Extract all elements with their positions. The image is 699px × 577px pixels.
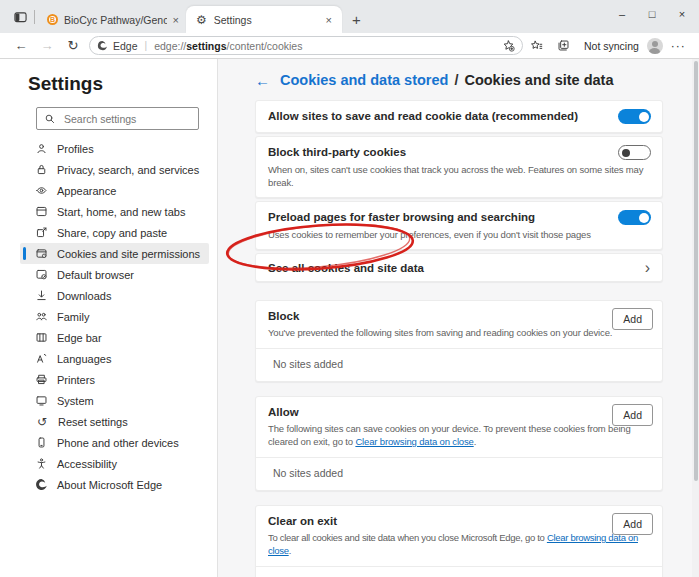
sidebar-item-label: Appearance — [57, 185, 116, 197]
section-title: Clear on exit — [268, 515, 594, 527]
chevron-right-icon: › — [645, 260, 650, 276]
sidebar-item-reset-settings[interactable]: ↺ Reset settings — [20, 411, 209, 432]
sidebar-item-label: Privacy, search, and services — [57, 164, 199, 176]
edge-bar-icon — [35, 331, 48, 344]
section-description: To clear all cookies and site data when … — [268, 531, 650, 557]
sidebar-item-label: Cookies and site permissions — [57, 248, 200, 260]
setting-description: When on, sites can't use cookies that tr… — [268, 163, 650, 189]
tab-title: Settings — [214, 14, 320, 26]
tab-actions-menu-button[interactable] — [8, 5, 32, 29]
page-content: Settings Profiles Privacy, search, and s… — [0, 59, 699, 577]
reset-icon: ↺ — [35, 416, 49, 428]
clear-on-exit-card: Clear on exit To clear all cookies and s… — [255, 505, 663, 577]
sidebar-item-label: Printers — [57, 374, 95, 386]
see-all-label: See all cookies and site data — [268, 262, 645, 274]
refresh-button[interactable]: ↻ — [60, 39, 86, 52]
sidebar-item-privacy[interactable]: Privacy, search, and services — [20, 159, 209, 180]
back-arrow-icon[interactable]: ← — [255, 73, 270, 88]
lock-icon — [35, 163, 48, 176]
breadcrumb-separator: / — [454, 72, 458, 88]
search-input[interactable] — [62, 112, 198, 126]
add-block-site-button[interactable]: Add — [612, 308, 653, 330]
settings-gear-favicon: ⚙ — [196, 14, 207, 26]
see-all-cookies-row[interactable]: See all cookies and site data › — [255, 253, 663, 282]
languages-icon — [35, 352, 48, 365]
block-third-party-toggle[interactable] — [618, 145, 651, 160]
close-button[interactable]: × — [667, 0, 697, 28]
setting-row-allow-cookies: Allow sites to save and read cookie data… — [255, 100, 663, 133]
forward-button[interactable]: → — [34, 39, 60, 52]
minimize-button[interactable]: – — [607, 0, 637, 28]
add-allow-site-button[interactable]: Add — [612, 404, 653, 426]
sidebar-item-phone-devices[interactable]: Phone and other devices — [20, 432, 209, 453]
profile-avatar[interactable] — [647, 38, 663, 54]
sidebar-item-label: Downloads — [57, 290, 111, 302]
empty-state-text: No sites added — [256, 457, 662, 490]
family-icon — [35, 310, 48, 323]
settings-search-box[interactable] — [36, 107, 199, 130]
sync-status-label[interactable]: Not syncing — [584, 40, 639, 52]
setting-row-preload-pages: Preload pages for faster browsing and se… — [255, 201, 663, 250]
edge-badge-label: Edge — [113, 40, 138, 52]
clear-browsing-data-link[interactable]: Clear browsing data on close — [355, 436, 473, 447]
accessibility-icon — [35, 457, 48, 470]
tab-close-icon[interactable]: × — [171, 14, 181, 26]
section-title: Block — [268, 310, 594, 322]
maximize-button[interactable]: □ — [637, 0, 667, 28]
sidebar-item-cookies-site-permissions[interactable]: Cookies and site permissions — [20, 243, 209, 264]
settings-main-panel: ← Cookies and data stored / Cookies and … — [218, 59, 699, 577]
sidebar-item-label: Profiles — [57, 143, 94, 155]
sidebar-item-appearance[interactable]: Appearance — [20, 180, 209, 201]
sidebar-item-start-home-tabs[interactable]: Start, home, and new tabs — [20, 201, 209, 222]
sidebar-item-languages[interactable]: Languages — [20, 348, 209, 369]
biocyc-favicon: B — [47, 14, 58, 25]
tab-title: BioCyc Pathway/Genome Databa — [64, 14, 167, 26]
profiles-icon — [35, 142, 48, 155]
window-icon — [35, 205, 48, 218]
collections-icon[interactable] — [550, 39, 577, 52]
add-clear-on-exit-site-button[interactable]: Add — [612, 513, 653, 535]
add-favorite-star-icon[interactable] — [502, 39, 515, 52]
tab-actions-icon — [14, 11, 27, 23]
sidebar-item-printers[interactable]: Printers — [20, 369, 209, 390]
breadcrumb-parent-link[interactable]: Cookies and data stored — [280, 72, 448, 88]
allow-sites-card: Allow The following sites can save cooki… — [255, 396, 663, 491]
tab-close-icon[interactable]: × — [324, 14, 334, 26]
tab-separator — [34, 10, 35, 24]
browser-window: B BioCyc Pathway/Genome Databa × ⚙ Setti… — [0, 0, 699, 577]
edge-logo-icon — [35, 478, 48, 491]
setting-row-block-third-party: Block third-party cookies When on, sites… — [255, 136, 663, 198]
sidebar-item-default-browser[interactable]: Default browser — [20, 264, 209, 285]
sidebar-item-system[interactable]: System — [20, 390, 209, 411]
sidebar-item-share-copy-paste[interactable]: Share, copy and paste — [20, 222, 209, 243]
allow-cookies-toggle[interactable] — [618, 109, 651, 124]
sidebar-item-family[interactable]: Family — [20, 306, 209, 327]
sidebar-item-profiles[interactable]: Profiles — [20, 138, 209, 159]
tab-biocyc[interactable]: B BioCyc Pathway/Genome Databa × — [40, 6, 186, 33]
sidebar-item-edge-bar[interactable]: Edge bar — [20, 327, 209, 348]
sidebar-item-about-edge[interactable]: About Microsoft Edge — [20, 474, 209, 495]
favorites-bar-icon[interactable] — [523, 39, 550, 52]
sidebar-item-accessibility[interactable]: Accessibility — [20, 453, 209, 474]
tab-settings[interactable]: ⚙ Settings × — [186, 6, 342, 33]
scrollbar-thumb[interactable] — [694, 61, 698, 481]
download-icon — [35, 289, 48, 302]
preload-pages-toggle[interactable] — [618, 210, 651, 225]
back-button[interactable]: ← — [8, 39, 34, 52]
settings-sidebar: Settings Profiles Privacy, search, and s… — [0, 59, 218, 577]
sidebar-item-label: Family — [57, 311, 89, 323]
address-separator: | — [145, 40, 148, 51]
sidebar-item-downloads[interactable]: Downloads — [20, 285, 209, 306]
new-tab-button[interactable]: + — [352, 12, 361, 27]
address-bar[interactable]: Edge | edge://settings/content/cookies — [89, 36, 523, 55]
sidebar-item-label: Phone and other devices — [57, 437, 179, 449]
settings-and-more-button[interactable]: ··· — [671, 39, 686, 53]
empty-state-text: No sites added — [256, 348, 662, 381]
sidebar-item-label: About Microsoft Edge — [57, 479, 162, 491]
window-controls: – □ × — [607, 0, 697, 28]
section-description: The following sites can save cookies on … — [268, 422, 650, 448]
monitor-icon — [35, 394, 48, 407]
page-title: Cookies and site data — [464, 72, 613, 88]
section-title: Allow — [268, 406, 594, 418]
setting-title: Preload pages for faster browsing and se… — [268, 210, 608, 225]
